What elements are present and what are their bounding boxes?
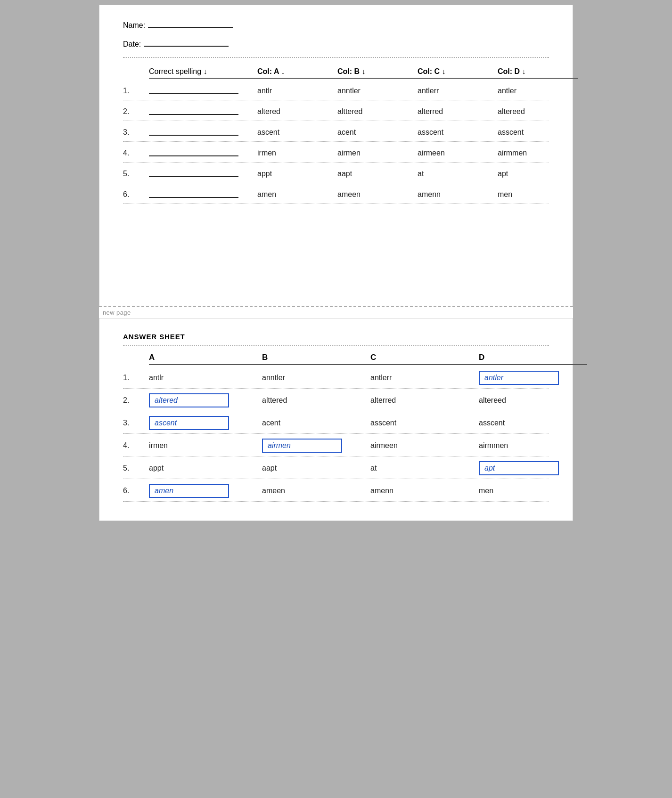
answer-input-line[interactable] [149,169,238,177]
ans-col-a-header: A [149,353,262,365]
ans-a-container: appt [149,464,262,472]
ans-a-cell: appt [149,464,164,472]
name-date-section: Name: Date: [123,19,549,49]
ans-a-highlighted: ascent [149,416,229,430]
col-b-cell: acent [337,128,418,137]
ans-row-num: 3. [123,419,149,427]
separator2 [123,345,549,346]
page1-rows: 1. antlr anntler antlerr antler 2. alter… [123,80,549,204]
ans-b-cell: aapt [262,464,277,472]
col-b-cell: alttered [337,107,418,116]
name-line: Name: [123,19,549,30]
ans-a-container: amen [149,484,262,498]
ans-a-container: ascent [149,416,262,430]
name-field[interactable] [148,19,233,28]
col-c-cell: antlerr [418,87,498,95]
row-num: 4. [123,149,149,157]
col-d-cell: airmmen [498,149,578,157]
answer-field-cell [149,148,257,158]
ans-c-cell: airmeen [370,441,398,449]
col-a-cell: altered [257,107,337,116]
ans-a-highlighted: altered [149,393,229,407]
ans-col-c-header: C [370,353,479,365]
answer-field-cell [149,106,257,117]
ans-b-container: aapt [262,464,370,472]
ans-b-cell: anntler [262,374,285,382]
ans-col-d-header: D [479,353,587,365]
ans-table-row: 3. ascent acent asscent asscent [123,411,549,434]
ans-d-cell: asscent [479,419,505,427]
ans-c-container: antlerr [370,374,479,382]
row-num: 2. [123,107,149,116]
ans-d-highlighted: apt [479,461,559,475]
ans-d-container: asscent [479,419,587,427]
date-label: Date: [123,40,141,49]
ans-a-highlighted: amen [149,484,229,498]
answer-input-line[interactable] [149,106,238,115]
ans-c-container: asscent [370,419,479,427]
col-d-cell: men [498,190,578,199]
ans-b-cell: alttered [262,396,287,404]
name-label: Name: [123,21,145,30]
col-a-cell: ascent [257,128,337,137]
table-row: 5. appt aapt at apt [123,163,549,183]
col-c-cell: asscent [418,128,498,137]
ans-d-container: altereed [479,396,587,405]
ans-c-container: at [370,464,479,472]
col-d-cell: antler [498,87,578,95]
answer-input-line[interactable] [149,86,238,94]
col-b-cell: airmen [337,149,418,157]
ans-table-row: 4. irmen airmen airmeen airmmen [123,434,549,456]
correct-spelling-header: Correct spelling ↓ [149,67,257,79]
ans-a-container: altered [149,393,262,407]
page2-rows: 1. antlr anntler antlerr antler 2. alter… [123,366,549,502]
ans-b-container: ameen [262,487,370,495]
ans-row-num: 2. [123,396,149,405]
date-line: Date: [123,38,549,49]
ans-d-container: airmmen [479,441,587,450]
col-a-cell: antlr [257,87,337,95]
ans-a-cell: antlr [149,374,164,382]
ans-c-cell: at [370,464,377,472]
col-b-cell: aapt [337,170,418,178]
ans-a-cell: irmen [149,441,168,449]
ans-col-headers: A B C D [123,353,549,365]
ans-d-highlighted: antler [479,371,559,385]
ans-d-container: antler [479,371,587,385]
col-c-cell: at [418,170,498,178]
answer-input-line[interactable] [149,189,238,198]
ans-b-cell: acent [262,419,280,427]
col-c-cell: amenn [418,190,498,199]
ans-c-cell: amenn [370,487,393,495]
date-field[interactable] [144,38,229,47]
ans-d-cell: airmmen [479,441,508,449]
col-a-cell: appt [257,170,337,178]
ans-a-container: irmen [149,441,262,450]
page-break: new page [99,306,573,318]
ans-b-cell: ameen [262,487,285,495]
ans-c-container: amenn [370,487,479,495]
page1: Name: Date: Correct spelling ↓ Col: A ↓ … [99,5,573,306]
table-row: 3. ascent acent asscent asscent [123,121,549,142]
col-b-header: Col: B ↓ [337,67,418,79]
col-d-cell: altereed [498,107,578,116]
row-num: 3. [123,128,149,137]
col-d-cell: apt [498,170,578,178]
answer-field-cell [149,169,257,179]
answer-input-line[interactable] [149,148,238,156]
ans-b-container: alttered [262,396,370,405]
col-c-cell: airmeen [418,149,498,157]
ans-row-num: 4. [123,441,149,450]
page2: ANSWER SHEET A B C D 1. antlr anntler an… [99,318,573,521]
col-b-cell: anntler [337,87,418,95]
ans-d-container: apt [479,461,587,475]
ans-d-container: men [479,487,587,495]
ans-d-cell: altereed [479,396,506,404]
ans-row-num: 1. [123,374,149,382]
ans-col-b-header: B [262,353,370,365]
ans-row-num: 6. [123,487,149,495]
answer-input-line[interactable] [149,127,238,136]
ans-c-container: alterred [370,396,479,405]
page-break-label: new page [103,309,131,316]
ans-row-num: 5. [123,464,149,472]
